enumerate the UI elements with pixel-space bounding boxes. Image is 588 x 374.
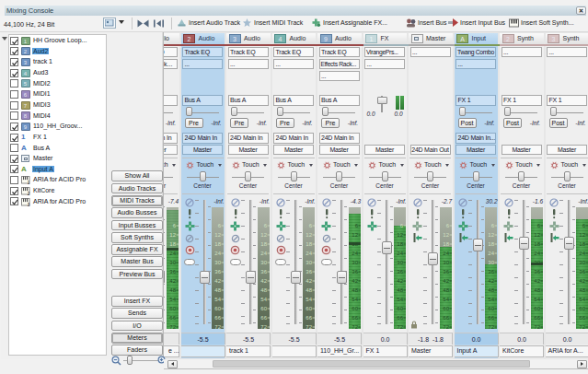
- svg-text:42: 42: [169, 278, 176, 284]
- svg-text:48: 48: [260, 287, 267, 293]
- svg-text:60: 60: [534, 306, 540, 311]
- svg-text:6: 6: [491, 223, 495, 228]
- svg-text:24: 24: [579, 251, 585, 256]
- svg-text:12: 12: [488, 232, 494, 238]
- svg-text:48: 48: [397, 287, 403, 293]
- svg-text:36: 36: [260, 269, 267, 275]
- svg-text:3: 3: [28, 202, 30, 205]
- svg-text:36: 36: [352, 269, 358, 275]
- svg-text:24: 24: [169, 251, 176, 256]
- svg-text:66: 66: [260, 315, 267, 321]
- svg-text:48: 48: [169, 287, 176, 293]
- svg-text:30: 30: [260, 260, 267, 265]
- svg-text:6: 6: [218, 223, 222, 228]
- svg-text:18: 18: [579, 241, 585, 247]
- svg-text:24: 24: [488, 251, 494, 256]
- svg-text:6: 6: [309, 223, 313, 228]
- svg-text:6: 6: [400, 223, 404, 228]
- svg-text:30: 30: [169, 260, 176, 265]
- svg-text:42: 42: [352, 278, 358, 284]
- svg-text:42: 42: [443, 278, 449, 284]
- svg-text:24: 24: [443, 251, 449, 256]
- svg-text:72: 72: [397, 324, 403, 329]
- svg-text:42: 42: [579, 278, 585, 284]
- svg-text:30: 30: [214, 260, 221, 265]
- svg-text:30: 30: [579, 260, 585, 265]
- svg-text:66: 66: [397, 315, 403, 321]
- svg-text:18: 18: [488, 241, 494, 247]
- svg-text:60: 60: [352, 306, 358, 311]
- svg-text:24: 24: [352, 251, 358, 256]
- svg-text:36: 36: [397, 269, 403, 275]
- svg-text:1: 1: [28, 181, 30, 184]
- svg-text:18: 18: [397, 241, 403, 247]
- svg-text:48: 48: [306, 287, 312, 293]
- svg-text:54: 54: [488, 297, 494, 302]
- svg-text:48: 48: [352, 287, 358, 293]
- svg-text:6: 6: [172, 223, 176, 228]
- svg-text:42: 42: [488, 278, 494, 284]
- svg-text:12: 12: [397, 232, 403, 238]
- svg-text:30: 30: [443, 260, 449, 265]
- svg-text:24: 24: [534, 251, 540, 256]
- svg-text:12: 12: [306, 232, 312, 238]
- svg-text:36: 36: [579, 269, 585, 275]
- svg-text:6: 6: [263, 223, 267, 228]
- svg-text:30: 30: [488, 260, 494, 265]
- svg-text:18: 18: [214, 241, 221, 247]
- svg-text:66: 66: [306, 315, 312, 321]
- svg-text:60: 60: [488, 306, 494, 311]
- svg-text:18: 18: [306, 241, 312, 247]
- svg-text:24: 24: [306, 251, 312, 256]
- svg-text:60: 60: [306, 306, 312, 311]
- svg-text:72: 72: [443, 324, 449, 329]
- svg-text:24: 24: [260, 251, 267, 256]
- svg-text:18: 18: [260, 241, 267, 247]
- svg-text:48: 48: [443, 287, 449, 293]
- svg-text:60: 60: [579, 306, 585, 311]
- svg-text:12: 12: [214, 232, 221, 238]
- svg-text:42: 42: [214, 278, 221, 284]
- svg-text:30: 30: [397, 260, 403, 265]
- svg-text:2: 2: [28, 192, 30, 195]
- svg-text:54: 54: [443, 297, 449, 302]
- svg-text:24: 24: [214, 251, 221, 256]
- svg-text:54: 54: [260, 297, 267, 302]
- svg-text:30: 30: [352, 260, 358, 265]
- svg-text:12: 12: [260, 232, 267, 238]
- svg-text:60: 60: [397, 306, 403, 311]
- svg-text:60: 60: [169, 306, 176, 311]
- svg-text:18: 18: [534, 241, 540, 247]
- svg-text:18: 18: [169, 241, 176, 247]
- svg-text:54: 54: [534, 297, 540, 302]
- svg-text:66: 66: [579, 315, 585, 321]
- svg-text:42: 42: [260, 278, 267, 284]
- svg-text:36: 36: [443, 269, 449, 275]
- svg-text:66: 66: [534, 315, 540, 321]
- svg-text:36: 36: [488, 269, 494, 275]
- svg-text:6: 6: [354, 223, 358, 228]
- svg-text:6: 6: [445, 223, 449, 228]
- svg-text:60: 60: [214, 306, 221, 311]
- svg-text:12: 12: [443, 232, 449, 238]
- svg-text:30: 30: [534, 260, 540, 265]
- svg-text:24: 24: [397, 251, 403, 256]
- svg-text:36: 36: [214, 269, 221, 275]
- svg-text:42: 42: [397, 278, 403, 284]
- svg-text:18: 18: [352, 241, 358, 247]
- svg-text:48: 48: [488, 287, 494, 293]
- svg-text:66: 66: [443, 315, 449, 321]
- svg-text:72: 72: [260, 324, 267, 329]
- svg-text:48: 48: [534, 287, 540, 293]
- svg-text:72: 72: [534, 324, 540, 329]
- svg-text:72: 72: [214, 324, 221, 329]
- svg-text:18: 18: [443, 241, 449, 247]
- svg-text:60: 60: [443, 306, 449, 311]
- svg-text:66: 66: [169, 315, 176, 321]
- svg-text:36: 36: [534, 269, 540, 275]
- svg-text:72: 72: [579, 324, 585, 329]
- svg-text:54: 54: [306, 297, 312, 302]
- svg-text:6: 6: [582, 223, 586, 228]
- svg-text:12: 12: [534, 232, 540, 238]
- svg-text:36: 36: [169, 269, 176, 275]
